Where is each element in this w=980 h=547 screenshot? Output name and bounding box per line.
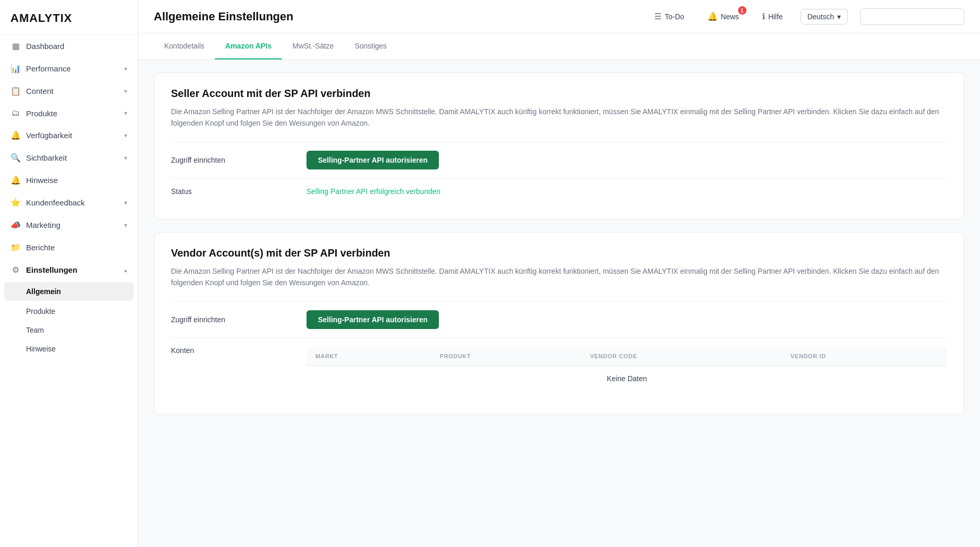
sidebar-item-produkte[interactable]: 🗂 Produkte ▾ — [0, 102, 138, 124]
news-badge: 1 — [738, 6, 746, 15]
seller-card: Seller Account mit der SP API verbinden … — [154, 72, 964, 220]
vendor-table-container: MARKT PRODUKT VENDOR CODE VENDOR ID Kein… — [307, 346, 947, 392]
content-area: Seller Account mit der SP API verbinden … — [138, 60, 980, 547]
sidebar-subitem-produkte[interactable]: Produkte — [0, 302, 138, 321]
header: Allgemeine Einstellungen ☰ To-Do 🔔 1 New… — [138, 0, 980, 33]
tabs-bar: Kontodetails Amazon APIs MwSt.-Sätze Son… — [138, 33, 980, 60]
vendor-authorize-button[interactable]: Selling-Partner API autorisieren — [307, 310, 439, 329]
vendor-card: Vendor Account(s) mit der SP API verbind… — [154, 232, 964, 415]
seller-card-title: Seller Account mit der SP API verbinden — [171, 88, 947, 100]
content-icon: 📋 — [10, 86, 21, 96]
language-selector[interactable]: Deutsch ▾ — [801, 9, 848, 25]
sidebar-item-label: Hinweise — [26, 176, 127, 185]
language-value: Deutsch — [807, 13, 834, 21]
vendor-card-title: Vendor Account(s) mit der SP API verbind… — [171, 247, 947, 259]
sidebar-item-label: Dashboard — [26, 42, 127, 51]
hilfe-label: Hilfe — [768, 13, 783, 21]
search-input[interactable] — [860, 8, 964, 25]
chevron-down-icon: ▾ — [124, 88, 127, 95]
seller-status-label: Status — [171, 187, 296, 196]
vendor-table: MARKT PRODUKT VENDOR CODE VENDOR ID Kein… — [307, 346, 947, 392]
sidebar-nav: ▦ Dashboard 📊 Performance ▾ 📋 Content ▾ … — [0, 35, 138, 358]
sidebar-item-kundenfeedback[interactable]: ⭐ Kundenfeedback ▾ — [0, 191, 138, 214]
chevron-down-icon: ▾ — [124, 154, 127, 162]
seller-status-row: Status Selling Partner API erfolgreich v… — [171, 178, 947, 204]
seller-status-value: Selling Partner API erfolgreich verbunde… — [307, 187, 947, 196]
kundenfeedback-icon: ⭐ — [10, 198, 21, 208]
todo-label: To-Do — [665, 13, 684, 21]
berichte-icon: 📁 — [10, 242, 21, 252]
chevron-down-icon: ▾ — [124, 65, 127, 72]
seller-authorize-button[interactable]: Selling-Partner API autorisieren — [307, 151, 439, 169]
vendor-table-header: MARKT PRODUKT VENDOR CODE VENDOR ID — [307, 346, 947, 366]
news-label: News — [721, 13, 739, 21]
todo-icon: ☰ — [654, 11, 662, 21]
chevron-down-icon: ▾ — [124, 110, 127, 117]
sidebar-item-sichtbarkeit[interactable]: 🔍 Sichtbarkeit ▾ — [0, 147, 138, 169]
sidebar-item-label: Marketing — [26, 221, 119, 229]
chevron-up-icon: ▴ — [124, 266, 127, 274]
logo: AMALYTIX — [0, 0, 138, 35]
sidebar-item-label: Produkte — [26, 109, 119, 118]
seller-access-label: Zugriff einrichten — [171, 156, 296, 164]
news-icon: 🔔 — [707, 11, 718, 21]
col-vendor-code: VENDOR CODE — [582, 346, 782, 366]
page-title: Allgemeine Einstellungen — [154, 10, 639, 23]
vendor-access-value: Selling-Partner API autorisieren — [307, 310, 947, 329]
tab-amazon-apis[interactable]: Amazon APIs — [215, 33, 282, 59]
main-content: Allgemeine Einstellungen ☰ To-Do 🔔 1 New… — [138, 0, 980, 547]
vendor-konten-label: Konten — [171, 346, 296, 355]
hinweise-icon: 🔔 — [10, 175, 21, 185]
sidebar-item-einstellungen[interactable]: ⚙ Einstellungen ▴ — [0, 259, 138, 281]
sidebar-item-label: Verfügbarkeit — [26, 131, 119, 140]
chevron-down-icon: ▾ — [837, 13, 841, 21]
performance-icon: 📊 — [10, 64, 21, 74]
sidebar-item-label: Kundenfeedback — [26, 198, 119, 207]
sidebar-subitem-allgemein[interactable]: Allgemein — [4, 282, 133, 301]
chevron-down-icon: ▾ — [124, 222, 127, 229]
tab-sonstiges[interactable]: Sonstiges — [344, 33, 397, 59]
chevron-down-icon: ▾ — [124, 132, 127, 139]
table-row: Keine Daten — [307, 366, 947, 391]
vendor-access-label: Zugriff einrichten — [171, 315, 296, 324]
seller-access-value: Selling-Partner API autorisieren — [307, 151, 947, 169]
sidebar-subitem-team[interactable]: Team — [0, 321, 138, 339]
sidebar-item-label: Performance — [26, 64, 119, 73]
produkte-icon: 🗂 — [10, 108, 21, 118]
sidebar-item-label: Sichtbarkeit — [26, 153, 119, 162]
sidebar-item-berichte[interactable]: 📁 Berichte — [0, 236, 138, 259]
no-data-cell: Keine Daten — [307, 366, 947, 391]
col-markt: MARKT — [307, 346, 432, 366]
header-actions: ☰ To-Do 🔔 1 News ℹ Hilfe Deutsch ▾ — [649, 8, 964, 25]
seller-card-desc: Die Amazon Selling Partner API ist der N… — [171, 106, 947, 129]
hilfe-button[interactable]: ℹ Hilfe — [757, 8, 788, 25]
sidebar-item-performance[interactable]: 📊 Performance ▾ — [0, 57, 138, 80]
sidebar-item-marketing[interactable]: 📣 Marketing ▾ — [0, 214, 138, 236]
einstellungen-icon: ⚙ — [10, 265, 21, 275]
vendor-konten-row: Konten MARKT PRODUKT VENDOR CODE VENDOR … — [171, 337, 947, 400]
seller-access-row: Zugriff einrichten Selling-Partner API a… — [171, 142, 947, 178]
sidebar-item-content[interactable]: 📋 Content ▾ — [0, 80, 138, 102]
vendor-access-row: Zugriff einrichten Selling-Partner API a… — [171, 301, 947, 337]
sidebar-item-verfuegbarkeit[interactable]: 🔔 Verfügbarkeit ▾ — [0, 124, 138, 147]
tab-kontodetails[interactable]: Kontodetails — [154, 33, 215, 59]
sidebar-item-label: Berichte — [26, 243, 127, 252]
chevron-down-icon: ▾ — [124, 199, 127, 206]
tab-mwst-saetze[interactable]: MwSt.-Sätze — [282, 33, 344, 59]
vendor-card-desc: Die Amazon Selling Partner API ist der N… — [171, 265, 947, 289]
marketing-icon: 📣 — [10, 220, 21, 230]
sidebar-subitem-hinweise[interactable]: Hinweise — [0, 339, 138, 358]
todo-button[interactable]: ☰ To-Do — [649, 8, 689, 25]
hilfe-icon: ℹ — [762, 11, 765, 21]
sidebar-item-dashboard[interactable]: ▦ Dashboard — [0, 35, 138, 57]
dashboard-icon: ▦ — [10, 41, 21, 51]
news-button[interactable]: 🔔 1 News — [702, 8, 744, 25]
vendor-table-body: Keine Daten — [307, 366, 947, 391]
sidebar-item-label: Content — [26, 87, 119, 95]
sichtbarkeit-icon: 🔍 — [10, 153, 21, 163]
status-badge: Selling Partner API erfolgreich verbunde… — [307, 187, 440, 196]
sidebar-item-hinweise[interactable]: 🔔 Hinweise — [0, 169, 138, 191]
sidebar: AMALYTIX ▦ Dashboard 📊 Performance ▾ 📋 C… — [0, 0, 138, 547]
col-produkt: PRODUKT — [432, 346, 582, 366]
sidebar-item-label: Einstellungen — [26, 265, 119, 274]
